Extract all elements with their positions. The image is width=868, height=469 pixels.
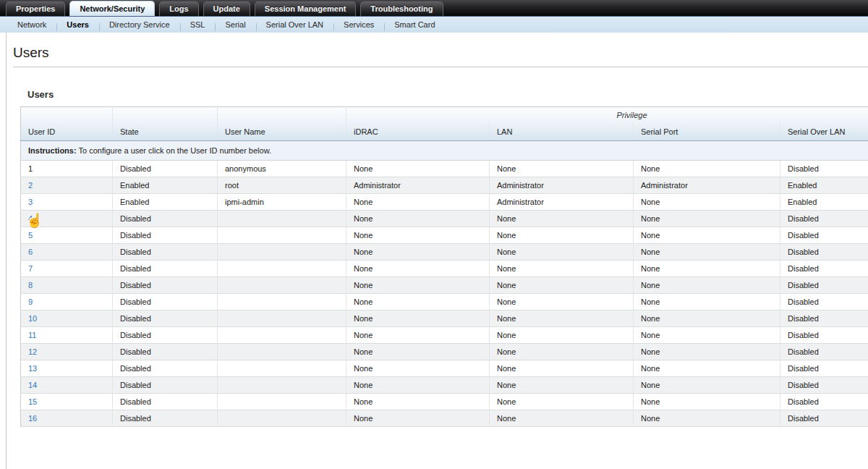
primary-tab-bar: PropertiesNetwork/SecurityLogsUpdateSess… xyxy=(0,0,868,17)
cell-serial-port-privilege: None xyxy=(634,277,780,294)
column-header-serial-over-lan: Serial Over LAN xyxy=(780,122,868,141)
cell-serial-over-lan: Enabled xyxy=(780,177,868,194)
cell-idrac-privilege: None xyxy=(346,377,490,394)
group-spacer-cell xyxy=(218,107,346,123)
user-id-link[interactable]: 9 xyxy=(28,297,33,306)
user-id-link[interactable]: 7 xyxy=(28,264,33,273)
cell-state: Enabled xyxy=(113,177,218,194)
user-id-link[interactable]: 4 xyxy=(28,214,33,223)
cell-lan-privilege: None xyxy=(490,344,634,360)
cell-user-id: 7 xyxy=(21,261,113,277)
user-id-link[interactable]: 2 xyxy=(28,181,33,190)
table-row: 6DisabledNoneNoneNoneDisabled xyxy=(21,244,868,261)
cell-serial-port-privilege: None xyxy=(634,394,780,410)
cell-serial-over-lan: Disabled xyxy=(780,310,868,327)
cell-user-name xyxy=(218,277,346,294)
cell-lan-privilege: None xyxy=(490,227,634,244)
subtab-serial-over-lan[interactable]: Serial Over LAN xyxy=(256,20,333,29)
cell-state: Disabled xyxy=(113,294,218,310)
cell-serial-port-privilege: None xyxy=(634,294,780,310)
user-id-link[interactable]: 6 xyxy=(28,248,33,256)
tab-network-security[interactable]: Network/Security xyxy=(69,1,155,16)
column-header-serial-port: Serial Port xyxy=(634,122,780,141)
cell-idrac-privilege: None xyxy=(346,261,490,277)
subtab-smart-card[interactable]: Smart Card xyxy=(384,20,445,29)
column-header-user-name: User Name xyxy=(218,122,346,141)
user-id-link[interactable]: 12 xyxy=(28,347,37,356)
user-id-link[interactable]: 14 xyxy=(28,381,37,389)
subtab-network[interactable]: Network xyxy=(7,20,56,29)
cell-serial-over-lan: Disabled xyxy=(780,377,868,394)
cell-lan-privilege: Administrator xyxy=(490,177,634,194)
subtab-ssl[interactable]: SSL xyxy=(180,20,216,29)
cell-serial-port-privilege: None xyxy=(634,327,780,344)
subtab-services[interactable]: Services xyxy=(333,20,384,29)
cell-user-name xyxy=(218,377,346,394)
cell-serial-over-lan: Disabled xyxy=(780,327,868,344)
subtab-users[interactable]: Users xyxy=(56,20,99,29)
subtab-serial[interactable]: Serial xyxy=(215,20,255,29)
cell-serial-over-lan: Disabled xyxy=(780,277,868,294)
column-header-state: State xyxy=(113,122,218,141)
cell-user-id: 2 xyxy=(21,177,113,194)
cell-serial-port-privilege: None xyxy=(634,261,780,277)
user-id-link[interactable]: 13 xyxy=(28,364,37,373)
tab-update[interactable]: Update xyxy=(203,1,250,16)
cell-state: Disabled xyxy=(113,410,218,427)
user-id-link[interactable]: 5 xyxy=(28,231,33,240)
cell-user-id: 11 xyxy=(21,327,113,344)
table-row: 9DisabledNoneNoneNoneDisabled xyxy=(21,294,868,310)
tab-logs[interactable]: Logs xyxy=(159,1,198,16)
cell-lan-privilege: None xyxy=(490,211,634,227)
cell-state: Disabled xyxy=(113,327,218,344)
column-header-lan: LAN xyxy=(490,122,634,141)
title-divider xyxy=(13,67,868,67)
tab-troubleshooting[interactable]: Troubleshooting xyxy=(360,1,443,16)
privilege-group-label: Privilege xyxy=(346,107,868,123)
cell-user-id: 13 xyxy=(21,360,113,377)
cell-state: Disabled xyxy=(113,344,218,360)
cell-user-id: 12 xyxy=(21,344,113,360)
cell-user-id: 4 xyxy=(21,211,113,227)
user-id-link[interactable]: 10 xyxy=(28,314,37,323)
cell-user-id: 5 xyxy=(21,227,113,244)
cell-user-id: 1 xyxy=(21,161,113,177)
cell-idrac-privilege: None xyxy=(346,344,490,360)
cell-serial-over-lan: Disabled xyxy=(780,344,868,360)
page-title: Users xyxy=(13,45,868,61)
cell-lan-privilege: None xyxy=(490,261,634,277)
table-row: 3Enabledipmi-adminNoneAdministratorNoneE… xyxy=(21,194,868,211)
user-id-link[interactable]: 8 xyxy=(28,281,33,290)
cell-serial-port-privilege: None xyxy=(634,377,780,394)
cell-state: Disabled xyxy=(113,360,218,377)
subtab-directory-service[interactable]: Directory Service xyxy=(99,20,180,29)
user-id-link[interactable]: 15 xyxy=(28,397,37,406)
cell-user-id: 15 xyxy=(21,394,113,410)
cell-lan-privilege: None xyxy=(490,410,634,427)
tab-session-management[interactable]: Session Management xyxy=(255,1,356,16)
table-row: 7DisabledNoneNoneNoneDisabled xyxy=(21,261,868,277)
table-row: 11DisabledNoneNoneNoneDisabled xyxy=(21,327,868,344)
cell-idrac-privilege: None xyxy=(346,244,490,261)
users-table: PrivilegeUser IDStateUser NameiDRACLANSe… xyxy=(20,106,868,427)
user-id-link[interactable]: 3 xyxy=(28,198,33,206)
user-id-link[interactable]: 16 xyxy=(28,414,37,423)
tab-properties[interactable]: Properties xyxy=(6,1,65,16)
instructions-cell: Instructions: To configure a user click … xyxy=(21,141,868,161)
cell-user-id: 9 xyxy=(21,294,113,310)
cell-state: Disabled xyxy=(113,277,218,294)
cell-idrac-privilege: None xyxy=(346,360,490,377)
user-id-link[interactable]: 11 xyxy=(28,331,36,339)
section-title: Users xyxy=(27,89,868,100)
cell-state: Disabled xyxy=(113,394,218,410)
column-header-row: User IDStateUser NameiDRACLANSerial Port… xyxy=(21,122,868,141)
table-row: 10DisabledNoneNoneNoneDisabled xyxy=(21,310,868,327)
cell-serial-over-lan: Disabled xyxy=(780,211,868,227)
cell-user-name xyxy=(218,327,346,344)
cell-serial-over-lan: Disabled xyxy=(780,261,868,277)
cell-user-name xyxy=(218,244,346,261)
cell-state: Enabled xyxy=(113,194,218,211)
table-row: 14DisabledNoneNoneNoneDisabled xyxy=(21,377,868,394)
cell-serial-port-privilege: None xyxy=(634,310,780,327)
cell-idrac-privilege: None xyxy=(346,194,490,211)
